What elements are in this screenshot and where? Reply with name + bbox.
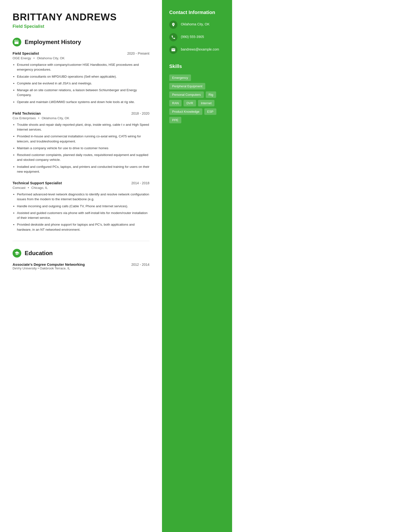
job-bullets: Performed advanced-level network diagnos… (13, 192, 149, 232)
skill-badge: Product Knowledge (169, 108, 202, 115)
job-company: OGE Energy • Oklahoma City, OK (13, 56, 149, 60)
skill-badge: Emergency (169, 75, 191, 81)
candidate-name: BRITTANY ANDREWS (13, 12, 149, 22)
job-title: Field Technician (13, 111, 41, 115)
contact-list: Oklahoma City, OK (990) 555-3905 bandrew… (169, 20, 225, 54)
job-title: Technical Support Specialist (13, 181, 62, 185)
contact-text-phone: (990) 555-3905 (181, 33, 204, 39)
skills-section: Skills EmergencyPeripheral EquipmentPers… (169, 64, 225, 123)
edu-entry: Associate's Degree Computer Networking 2… (13, 262, 149, 270)
skill-badge: Personal Computers (169, 91, 204, 98)
job-dates: 2020 - Present (127, 51, 149, 55)
skill-badge: Rig (206, 91, 216, 98)
bullet-item: Complete and be evolved in all JSA's and… (17, 81, 149, 86)
section-divider (13, 241, 149, 241)
bullet-item: Maintain a company vehicle for use to dr… (17, 146, 149, 151)
skill-badge: Peripheral Equipment (169, 83, 205, 89)
employment-icon (13, 38, 21, 47)
employment-section: Employment History Field Specialist 2020… (13, 38, 149, 232)
skill-badge: PPE (169, 117, 181, 123)
job-dates: 2018 - 2020 (131, 112, 149, 115)
job-top: Field Specialist 2020 - Present (13, 51, 149, 55)
skills-title: Skills (169, 64, 225, 69)
education-header: Education (13, 249, 149, 257)
jobs-list: Field Specialist 2020 - Present OGE Ener… (13, 51, 149, 232)
skill-badge: RAN (169, 100, 182, 106)
job-top: Field Technician 2018 - 2020 (13, 111, 149, 115)
email-icon (169, 46, 177, 54)
edu-dates: 2012 - 2014 (131, 263, 149, 266)
job-dates: 2014 - 2018 (131, 181, 149, 185)
bullet-item: Assisted and guided customers via phone … (17, 211, 149, 220)
skill-badge: ESP (204, 108, 216, 115)
job-title: Field Specialist (13, 51, 39, 55)
main-content: BRITTANY ANDREWS Field Specialist Employ… (0, 0, 162, 532)
edu-top: Associate's Degree Computer Networking 2… (13, 262, 149, 266)
bullet-item: Installed and configured PCs, laptops, a… (17, 164, 149, 174)
education-section: Education Associate's Degree Computer Ne… (13, 249, 149, 270)
location-icon (169, 20, 177, 29)
job-company: Comcast • Chicago, IL (13, 186, 149, 190)
job-entry: Field Specialist 2020 - Present OGE Ener… (13, 51, 149, 104)
bullet-item: Performed advanced-level network diagnos… (17, 192, 149, 202)
bullet-item: Handle incoming and outgoing calls (Cabl… (17, 204, 149, 209)
edu-school: DeVry University • Oakbrook Terrace, IL (13, 266, 149, 270)
education-icon (13, 249, 21, 257)
job-top: Technical Support Specialist 2014 - 2018 (13, 181, 149, 185)
bullet-item: Provided in-house and commercial install… (17, 134, 149, 144)
job-company: Cox Enterprises • Oklahoma City, OK (13, 116, 149, 120)
education-title: Education (25, 250, 53, 256)
employment-header: Employment History (13, 38, 149, 47)
employment-title: Employment History (25, 39, 81, 46)
job-bullets: Ensured compliance with company/customer… (13, 62, 149, 104)
contact-section: Contact Information Oklahoma City, OK (9… (169, 10, 225, 54)
skill-badge: DVR (184, 100, 196, 106)
edu-degree: Associate's Degree Computer Networking (13, 262, 85, 266)
contact-text-location: Oklahoma City, OK (181, 20, 210, 27)
bullet-item: Operate and maintain LWD/MWD surface sys… (17, 100, 149, 104)
job-entry: Field Technician 2018 - 2020 Cox Enterpr… (13, 111, 149, 174)
bullet-item: Manage all on site customer relations, a… (17, 88, 149, 98)
skills-grid: EmergencyPeripheral EquipmentPersonal Co… (169, 75, 225, 123)
job-entry: Technical Support Specialist 2014 - 2018… (13, 181, 149, 232)
bullet-item: Provided deskside and phone support for … (17, 222, 149, 232)
bullet-item: Ensured compliance with company/customer… (17, 62, 149, 72)
bullet-item: Trouble shoots and repair daily reported… (17, 122, 149, 132)
contact-item-email: bandrews@example.com (169, 46, 225, 54)
skill-badge: Internet (198, 100, 215, 106)
contact-text-email: bandrews@example.com (181, 46, 219, 52)
bullet-item: Educate consultants on MPD/UBD operation… (17, 74, 149, 79)
contact-item-phone: (990) 555-3905 (169, 33, 225, 41)
candidate-title: Field Specialist (13, 24, 149, 29)
phone-icon (169, 33, 177, 41)
contact-title: Contact Information (169, 10, 225, 15)
sidebar: Contact Information Oklahoma City, OK (9… (162, 0, 232, 532)
job-bullets: Trouble shoots and repair daily reported… (13, 122, 149, 174)
bullet-item: Resolved customer complaints, planned da… (17, 152, 149, 162)
education-list: Associate's Degree Computer Networking 2… (13, 262, 149, 270)
contact-item-location: Oklahoma City, OK (169, 20, 225, 29)
